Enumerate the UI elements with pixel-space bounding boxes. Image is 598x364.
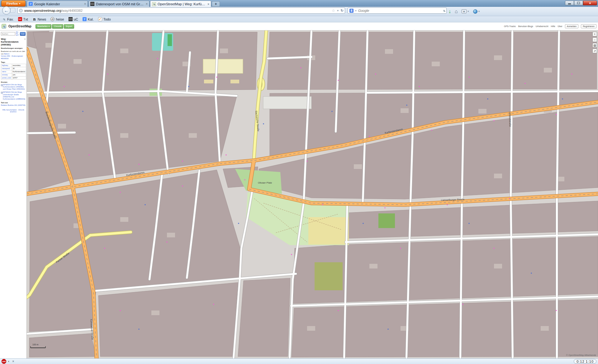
tab-2[interactable]: Datenexport von OSM mit Grafikausg...× <box>88 1 150 7</box>
magnifier-icon <box>153 3 155 5</box>
bookmark-label: uC <box>74 17 78 21</box>
forward-button[interactable]: → <box>10 8 15 13</box>
chevron-down-icon[interactable]: ▾ <box>8 360 9 363</box>
nodes-list: 29792014 (Teil der Wege Kurfürstendamm (… <box>1 84 26 100</box>
firefox-menu-button[interactable]: Firefox ▾ <box>1 0 26 7</box>
home-button[interactable]: ⌂ <box>455 9 458 14</box>
bookmarks-toolbar: Fav.TXTTxtnNews@heiseuC7Kal.✓Todo <box>0 16 598 22</box>
relations-list: Relation Buslinie 101 (1930733) <box>1 104 26 106</box>
show-edits-link[interactable]: Bearbeitungen anzeigen <box>1 47 26 49</box>
close-panel-icon[interactable]: × <box>24 38 26 46</box>
bookmark-item-heise[interactable]: @heise <box>50 17 64 21</box>
osm-search-input[interactable] <box>1 32 15 35</box>
tab-1[interactable]: 7Google Kalender× <box>27 1 88 7</box>
bookmark-item-news[interactable]: nNews <box>32 17 46 21</box>
node-item[interactable]: 29792015 (Teil der Wege Lietzenburger St… <box>1 91 26 100</box>
bookmark-star-icon[interactable]: ☆ <box>332 8 335 13</box>
tag-key[interactable]: name <box>1 70 12 73</box>
tag-value: Kurfürstendamm <box>12 70 26 73</box>
close-addon-bar-icon[interactable]: × <box>12 360 14 363</box>
globe-icon <box>473 9 477 14</box>
tab-strip: 7Google Kalender×Datenexport von OSM mit… <box>27 1 220 7</box>
export-button[interactable]: Export <box>64 24 74 29</box>
barcode-icon <box>90 2 94 6</box>
header-link-gpstracks[interactable]: GPS-Tracks <box>504 25 516 27</box>
url-path: /way/4490382 <box>61 9 83 12</box>
bookmark-item-uc[interactable]: uC <box>69 17 78 21</box>
osm-logo-icon[interactable] <box>2 24 6 29</box>
tab-title: OpenStreetMap | Weg: Kurfürstenda... <box>158 2 206 6</box>
timer-widget[interactable]: 0:12 1:10 <box>574 359 596 364</box>
bookmarks-menu-button[interactable]: ★▼ <box>462 9 469 13</box>
reload-icon[interactable]: ↻ <box>341 9 344 13</box>
history-button[interactable]: Chronik <box>52 24 63 29</box>
new-tab-button[interactable]: + <box>212 1 220 7</box>
bookmark-item-todo[interactable]: ✓Todo <box>98 17 111 21</box>
tab-close-button[interactable]: × <box>207 2 209 6</box>
header-link-benutzerblogs[interactable]: Benutzer-Blogs <box>518 25 533 27</box>
search-input[interactable] <box>358 9 442 12</box>
bookmark-item-kal[interactable]: 7Kal. <box>83 17 94 21</box>
app-globe-button[interactable]: ▼ <box>473 9 480 14</box>
zoom-out-button[interactable]: − <box>592 37 597 42</box>
go-button[interactable]: Los <box>20 32 26 36</box>
tag-value: 10707 <box>12 76 26 79</box>
tab-title: Google Kalender <box>34 2 83 6</box>
firefox-menu-label: Firefox <box>7 2 18 5</box>
tab-3[interactable]: OpenStreetMap | Weg: Kurfürstenda...× <box>150 1 211 7</box>
edit-button[interactable]: Bearbeiten▾ <box>36 24 51 29</box>
version-changeset-link[interactable]: Version #60 · Änderungssatz #5093530 <box>1 55 23 59</box>
close-button[interactable]: × <box>583 1 597 5</box>
map-canvas[interactable]: KurfürstendammKurfürstendammLietzenburge… <box>27 30 598 358</box>
adblock-plus-icon[interactable]: ABP <box>2 359 6 364</box>
site-identity-icon[interactable] <box>19 9 23 12</box>
way-title: Weg: Kurfürstendamm (4490382) <box>1 38 24 46</box>
register-button[interactable]: Registrieren <box>581 24 596 28</box>
txt-red-icon: TXT <box>18 17 22 21</box>
header-link-hilfe[interactable]: Hilfe <box>551 25 555 27</box>
map-scale-label: 100 m <box>32 343 39 346</box>
tags-table: highwaysecondarymaxspeed30nameKurfürsten… <box>1 64 26 80</box>
tag-key[interactable]: oneway <box>1 73 12 76</box>
barcode-icon <box>69 17 73 21</box>
share-button[interactable]: ↗ <box>592 49 597 53</box>
serif-n-icon: n <box>32 17 36 21</box>
maximize-button[interactable] <box>574 1 583 5</box>
back-button[interactable]: ← <box>2 6 11 15</box>
node-item[interactable]: 29792014 (Teil der Wege Kurfürstendamm (… <box>1 84 26 90</box>
sidebar-footer-links[interactable]: XML herunterladen · Chronik ansehen <box>1 109 26 113</box>
navigation-toolbar: ← → www.openstreetmap.org/way/4490382 ☆ … <box>0 7 598 16</box>
bookmark-item-fav[interactable]: Fav. <box>2 17 14 21</box>
minimize-button[interactable] <box>565 1 574 5</box>
zoom-in-button[interactable]: + <box>592 32 597 36</box>
map-area[interactable]: KurfürstendammKurfürstendammLietzenburge… <box>27 30 598 358</box>
where-am-i-link[interactable]: Wo bin ich? <box>16 31 19 36</box>
tag-row: highwaysecondary <box>1 64 26 67</box>
header-link-ber[interactable]: Über <box>558 25 562 27</box>
tab-close-button[interactable]: × <box>84 2 86 6</box>
search-bar[interactable]: 8 ▼ <box>348 7 447 14</box>
osm-toolbar: Bearbeiten▾ Chronik Export <box>36 24 74 29</box>
tag-key[interactable]: highway <box>1 64 12 67</box>
partof-heading: Teil von <box>1 102 26 104</box>
bookmark-item-txt[interactable]: TXTTxt <box>18 17 28 21</box>
url-dropdown-icon[interactable]: ▼ <box>337 9 339 12</box>
header-link-urheberrecht[interactable]: Urheberrecht <box>536 25 548 27</box>
downloads-button[interactable]: ↓ <box>448 9 451 14</box>
bookmark-label: News <box>38 17 46 21</box>
layers-button[interactable]: ▤ <box>592 43 597 48</box>
relation-item[interactable]: Relation Buslinie 101 (1930733) <box>1 104 26 106</box>
chevron-down-icon: ▼ <box>467 10 469 12</box>
login-button[interactable]: Anmelden <box>565 24 579 28</box>
tab-close-button[interactable]: × <box>146 2 148 6</box>
map-attribution: © OpenStreetMap-Mitwirkende <box>566 354 596 357</box>
engine-dropdown-icon[interactable]: ▼ <box>355 10 357 12</box>
google-engine-icon[interactable]: 8 <box>349 9 354 13</box>
editor-user-link[interactable]: Balloni <box>4 53 9 55</box>
osm-magnifier-icon <box>152 2 156 6</box>
search-icon[interactable] <box>443 10 445 12</box>
tag-key[interactable]: maxspeed <box>1 67 12 70</box>
tag-key[interactable]: postal_code <box>1 76 12 79</box>
chevron-down-icon: ▾ <box>19 2 20 5</box>
url-bar[interactable]: www.openstreetmap.org/way/4490382 ☆ ▼ ↻ <box>17 7 345 14</box>
